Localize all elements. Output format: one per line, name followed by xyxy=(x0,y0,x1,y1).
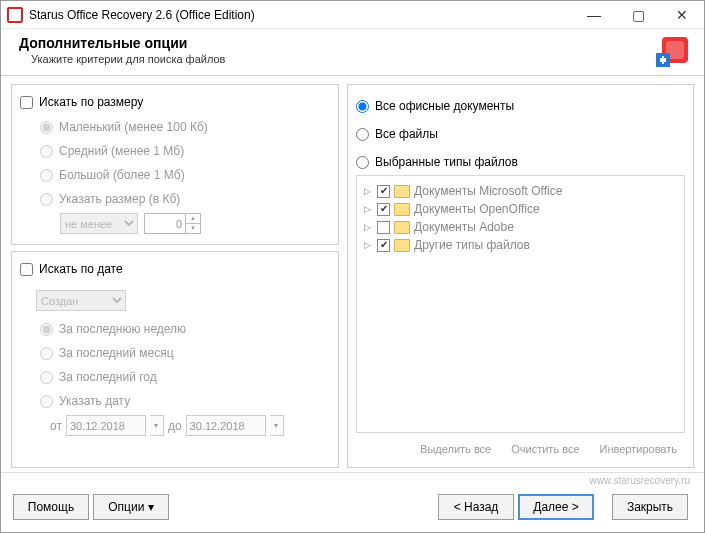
footer: Помощь Опции ▾ < Назад Далее > Закрыть xyxy=(1,486,704,532)
search-by-date-checkbox[interactable]: Искать по дате xyxy=(20,262,330,276)
back-button[interactable]: < Назад xyxy=(438,494,514,520)
tree-item-label: Документы Microsoft Office xyxy=(414,184,562,198)
tree-item[interactable]: ▷ Документы Adobe xyxy=(361,218,680,236)
folder-icon xyxy=(394,203,410,216)
size-checkbox-input[interactable] xyxy=(20,96,33,109)
size-panel: Искать по размеру Маленький (менее 100 К… xyxy=(11,84,339,245)
window-title: Starus Office Recovery 2.6 (Office Editi… xyxy=(29,8,572,22)
tree-item[interactable]: ▷ ✔ Документы Microsoft Office xyxy=(361,182,680,200)
tree-expander-icon[interactable]: ▷ xyxy=(361,204,373,214)
date-panel: Искать по дате Создан За последнюю недел… xyxy=(11,251,339,468)
wizard-header: Дополнительные опции Укажите критерии дл… xyxy=(1,29,704,76)
select-all-link[interactable]: Выделить все xyxy=(420,443,491,455)
window-controls: — ▢ ✕ xyxy=(572,1,704,29)
types-panel: Все офисные документы Все файлы Выбранны… xyxy=(347,84,694,468)
tree-checkbox[interactable] xyxy=(377,221,390,234)
folder-icon xyxy=(394,239,410,252)
options-button[interactable]: Опции ▾ xyxy=(93,494,169,520)
date-from-input[interactable] xyxy=(66,415,146,436)
page-title: Дополнительные опции xyxy=(19,35,225,51)
tree-expander-icon[interactable]: ▷ xyxy=(361,240,373,250)
size-compare-select[interactable]: не менее xyxy=(60,213,138,234)
next-button[interactable]: Далее > xyxy=(518,494,594,520)
minimize-button[interactable]: — xyxy=(572,1,616,29)
chevron-down-icon[interactable]: ▾ xyxy=(150,415,164,436)
size-large-radio[interactable]: Большой (более 1 Мб) xyxy=(40,165,330,185)
folder-icon xyxy=(394,221,410,234)
spin-down-icon[interactable]: ▼ xyxy=(186,224,200,233)
all-files-radio[interactable]: Все файлы xyxy=(356,127,685,141)
tree-expander-icon[interactable]: ▷ xyxy=(361,222,373,232)
tree-checkbox[interactable]: ✔ xyxy=(377,185,390,198)
tree-checkbox[interactable]: ✔ xyxy=(377,203,390,216)
tree-expander-icon[interactable]: ▷ xyxy=(361,186,373,196)
all-office-radio[interactable]: Все офисные документы xyxy=(356,99,685,113)
tree-item-label: Документы Adobe xyxy=(414,220,514,234)
date-type-select[interactable]: Создан xyxy=(36,290,126,311)
size-checkbox-label: Искать по размеру xyxy=(39,95,143,109)
tree-checkbox[interactable]: ✔ xyxy=(377,239,390,252)
help-button[interactable]: Помощь xyxy=(13,494,89,520)
clear-all-link[interactable]: Очистить все xyxy=(511,443,579,455)
chevron-down-icon[interactable]: ▾ xyxy=(270,415,284,436)
date-to-label: до xyxy=(168,419,182,433)
size-small-radio[interactable]: Маленький (менее 100 Кб) xyxy=(40,117,330,137)
website-signature: www.starusrecovery.ru xyxy=(1,472,704,486)
date-last-week-radio[interactable]: За последнюю неделю xyxy=(40,319,330,339)
size-value-spinbox[interactable]: ▲▼ xyxy=(144,213,201,234)
close-button[interactable]: Закрыть xyxy=(612,494,688,520)
spin-up-icon[interactable]: ▲ xyxy=(186,214,200,224)
size-value-input[interactable] xyxy=(144,213,186,234)
date-last-year-radio[interactable]: За последний год xyxy=(40,367,330,387)
app-icon xyxy=(7,7,23,23)
page-subtitle: Укажите критерии для поиска файлов xyxy=(31,53,225,65)
invert-link[interactable]: Инвертировать xyxy=(600,443,677,455)
tree-item[interactable]: ▷ ✔ Документы OpenOffice xyxy=(361,200,680,218)
date-checkbox-input[interactable] xyxy=(20,263,33,276)
maximize-button[interactable]: ▢ xyxy=(616,1,660,29)
tree-item[interactable]: ▷ ✔ Другие типы файлов xyxy=(361,236,680,254)
date-custom-radio[interactable]: Указать дату xyxy=(40,391,330,411)
date-checkbox-label: Искать по дате xyxy=(39,262,123,276)
app-window: Starus Office Recovery 2.6 (Office Editi… xyxy=(0,0,705,533)
titlebar: Starus Office Recovery 2.6 (Office Editi… xyxy=(1,1,704,29)
file-types-tree[interactable]: ▷ ✔ Документы Microsoft Office ▷ ✔ Докум… xyxy=(356,175,685,433)
size-medium-radio[interactable]: Средний (менее 1 Мб) xyxy=(40,141,330,161)
content-area: Искать по размеру Маленький (менее 100 К… xyxy=(1,76,704,472)
search-by-size-checkbox[interactable]: Искать по размеру xyxy=(20,95,330,109)
tree-item-label: Другие типы файлов xyxy=(414,238,530,252)
tree-item-label: Документы OpenOffice xyxy=(414,202,540,216)
size-custom-radio[interactable]: Указать размер (в Кб) xyxy=(40,189,330,209)
date-last-month-radio[interactable]: За последний месяц xyxy=(40,343,330,363)
date-from-label: от xyxy=(50,419,62,433)
selected-types-radio[interactable]: Выбранные типы файлов xyxy=(356,155,685,169)
office-recovery-icon xyxy=(656,35,690,72)
close-window-button[interactable]: ✕ xyxy=(660,1,704,29)
date-to-input[interactable] xyxy=(186,415,266,436)
folder-icon xyxy=(394,185,410,198)
svg-rect-4 xyxy=(662,56,664,64)
